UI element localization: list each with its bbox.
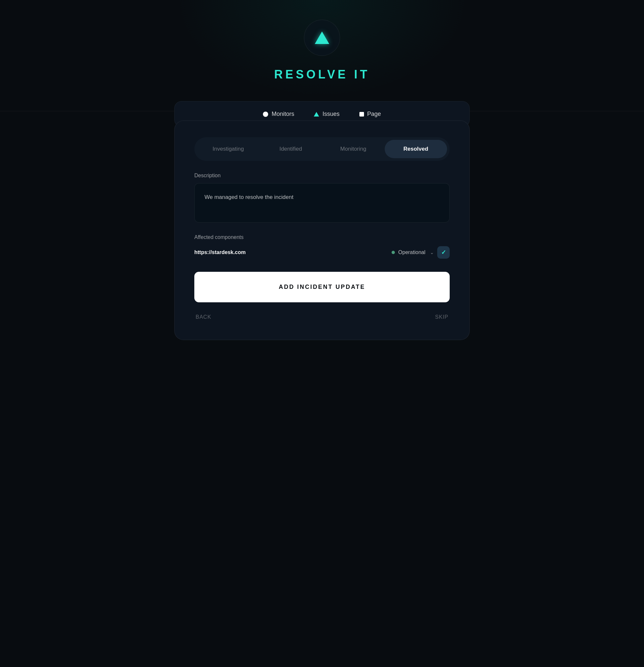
h-line-left <box>0 111 174 111</box>
nav-item-monitors[interactable]: Monitors <box>263 111 294 117</box>
logo-triangle-icon <box>315 32 329 44</box>
component-name: https://stardesk.com <box>194 249 245 255</box>
bottom-nav: BACK SKIP <box>194 314 450 320</box>
operational-dot-icon <box>391 251 395 254</box>
component-row: https://stardesk.com Operational ⌄ ✓ <box>194 245 450 260</box>
square-icon <box>359 112 364 116</box>
triangle-icon <box>314 112 319 116</box>
status-tabs: Investigating Identified Monitoring Reso… <box>194 137 450 161</box>
skip-link[interactable]: SKIP <box>435 314 448 320</box>
description-label: Description <box>194 173 450 179</box>
logo-circle <box>304 20 340 56</box>
back-link[interactable]: BACK <box>196 314 211 320</box>
nav-item-page[interactable]: Page <box>359 111 381 117</box>
affected-components-label: Affected components <box>194 234 450 240</box>
description-section: Description We managed to resolve the in… <box>194 173 450 223</box>
main-card: Investigating Identified Monitoring Reso… <box>174 120 470 340</box>
component-status-text: Operational <box>398 249 425 255</box>
nav-monitors-label: Monitors <box>271 111 294 117</box>
component-status: Operational ⌄ ✓ <box>391 246 450 259</box>
tab-resolved[interactable]: Resolved <box>385 140 447 158</box>
tab-monitoring[interactable]: Monitoring <box>322 140 385 158</box>
tab-identified[interactable]: Identified <box>260 140 322 158</box>
page-wrapper: RESOLVE IT Monitors Issues Page Investig… <box>0 0 644 340</box>
check-button[interactable]: ✓ <box>437 246 450 259</box>
nav-page-label: Page <box>367 111 381 117</box>
description-text[interactable]: We managed to resolve the incident <box>194 183 450 223</box>
app-title: RESOLVE IT <box>274 68 370 81</box>
nav-issues-label: Issues <box>322 111 339 117</box>
chevron-down-icon[interactable]: ⌄ <box>430 250 434 255</box>
tab-investigating[interactable]: Investigating <box>197 140 260 158</box>
nav-item-issues[interactable]: Issues <box>314 111 339 117</box>
circle-icon <box>263 112 268 117</box>
check-icon: ✓ <box>441 249 446 256</box>
affected-components-section: Affected components https://stardesk.com… <box>194 234 450 260</box>
add-incident-update-button[interactable]: ADD INCIDENT UPDATE <box>194 272 450 302</box>
h-line-right <box>470 111 644 111</box>
nav-card-wrapper: Monitors Issues Page <box>0 101 644 120</box>
